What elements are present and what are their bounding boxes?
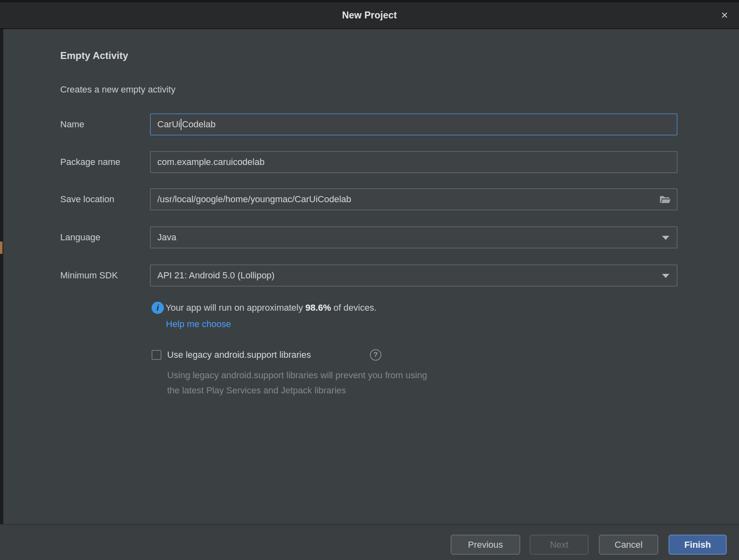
language-label: Language [60,226,100,248]
next-button[interactable]: Next [530,535,589,555]
dialog-title: New Project [342,10,397,21]
help-me-choose-link[interactable]: Help me choose [166,319,231,330]
previous-button[interactable]: Previous [451,535,520,555]
text-caret [181,119,181,130]
language-row: Language Java [0,226,739,248]
folder-icon[interactable] [660,195,671,204]
legacy-support-description: Using legacy android.support libraries w… [167,368,427,398]
minimum-sdk-label: Minimum SDK [60,264,118,287]
info-icon: i [152,302,164,314]
language-value: Java [157,232,176,242]
template-title: Empty Activity [60,50,128,61]
package-name-value: com.example.caruicodelab [157,157,265,167]
help-icon[interactable]: ? [370,349,381,361]
save-location-input[interactable]: /usr/local/google/home/youngmac/CarUiCod… [150,188,678,210]
name-row: Name CarUiCodelab [0,113,739,135]
minimum-sdk-select[interactable]: API 21: Android 5.0 (Lollipop) [150,264,678,287]
save-location-label: Save location [60,188,114,210]
legacy-support-checkbox[interactable] [152,350,161,360]
legacy-description-line2: the latest Play Services and Jetpack lib… [167,383,427,398]
template-subtitle: Creates a new empty activity [60,84,175,95]
cancel-button[interactable]: Cancel [599,535,658,555]
minimum-sdk-row: Minimum SDK API 21: Android 5.0 (Lollipo… [0,264,739,287]
window-edge [0,29,3,560]
name-value-after-caret: Codelab [182,119,215,129]
name-input[interactable]: CarUiCodelab [150,113,678,135]
dialog-footer: Previous Next Cancel Finish [0,524,739,560]
name-value-before-caret: CarUi [157,119,180,129]
chevron-down-icon [662,236,669,240]
language-select[interactable]: Java [150,226,678,248]
save-location-value: /usr/local/google/home/youngmac/CarUiCod… [157,194,351,204]
finish-button[interactable]: Finish [669,535,727,555]
close-icon[interactable]: ✕ [721,2,728,28]
package-name-row: Package name com.example.caruicodelab [0,151,739,173]
package-name-label: Package name [60,151,120,173]
sdk-coverage-suffix: of devices. [331,303,376,313]
legacy-support-label[interactable]: Use legacy android.support libraries [167,347,311,363]
save-location-row: Save location /usr/local/google/home/you… [0,188,739,210]
legacy-description-line1: Using legacy android.support libraries w… [167,368,427,383]
name-label: Name [60,113,84,135]
sdk-coverage-prefix: Your app will run on approximately [165,303,306,313]
package-name-input[interactable]: com.example.caruicodelab [150,151,678,173]
sdk-coverage-text: Your app will run on approximately 98.6%… [165,302,376,314]
minimum-sdk-value: API 21: Android 5.0 (Lollipop) [157,270,274,280]
dialog-titlebar: New Project ✕ [0,0,739,29]
chevron-down-icon [662,274,669,278]
sdk-coverage-percent: 98.6% [306,303,331,313]
